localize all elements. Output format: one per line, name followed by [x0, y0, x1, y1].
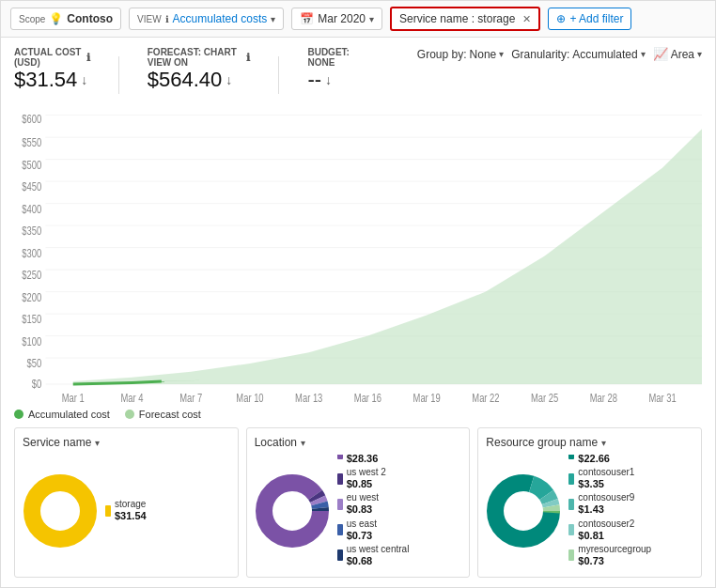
list-item: contosouser2 $0.81 [568, 518, 651, 542]
chart-type-chevron: ▾ [697, 49, 702, 59]
scope-value: Contoso [67, 12, 113, 25]
date-chevron: ▾ [369, 14, 374, 24]
svg-text:$500: $500 [22, 158, 41, 171]
rg-color-2 [568, 473, 574, 485]
service-name-chevron: ▾ [95, 438, 100, 448]
granularity-chevron: ▾ [641, 49, 646, 59]
budget-down-arrow: ↓ [325, 72, 332, 87]
granularity-dropdown[interactable]: Granularity: Accumulated ▾ [511, 48, 645, 61]
list-item: us west central $0.68 [337, 544, 410, 567]
svg-text:$200: $200 [22, 290, 41, 303]
forecast-area [73, 129, 702, 384]
metric-separator-1 [118, 56, 119, 94]
svg-text:Mar 10: Mar 10 [236, 392, 263, 405]
loc-color-4 [337, 524, 343, 535]
rg-color-5 [568, 549, 574, 561]
service-legend-text: storage $31.54 [115, 499, 147, 522]
list-item: eu west $0.83 [337, 492, 410, 516]
service-name-panel: Service name ▾ storage [14, 427, 239, 578]
actual-down-arrow: ↓ [81, 72, 87, 87]
content-area: ACTUAL COST (USD) ℹ $31.54 ↓ FORECAST: C… [1, 38, 715, 587]
main-container: Scope 💡 Contoso VIEW ℹ Accumulated costs… [0, 0, 716, 588]
actual-info-icon: ℹ [86, 52, 90, 64]
resource-group-header[interactable]: Resource group name ▾ [486, 436, 693, 449]
forecast-label: FORECAST: CHART VIEW ON ℹ [148, 47, 251, 68]
rg-color-3 [568, 499, 574, 510]
loc-color-2 [337, 473, 343, 485]
filter-close-icon[interactable]: ✕ [522, 13, 531, 25]
add-filter-button[interactable]: ⊕ + Add filter [548, 8, 631, 30]
legend-accumulated: Accumulated cost [14, 409, 110, 420]
list-item: contosouser9 $1.43 [568, 492, 651, 516]
forecast-legend-dot [125, 410, 134, 419]
budget-label: BUDGET: NONE [307, 47, 360, 68]
location-title: Location [255, 436, 297, 449]
controls-row: Group by: None ▾ Granularity: Accumulate… [417, 47, 702, 61]
resource-group-chevron: ▾ [601, 438, 606, 448]
resource-group-title: Resource group name [486, 436, 598, 449]
location-donut [255, 473, 330, 551]
chart-area: $600 $550 $500 $450 $400 $350 $300 $250 … [14, 101, 702, 405]
actual-cost-label: ACTUAL COST (USD) ℹ [14, 47, 90, 68]
forecast-value: $564.40 ↓ [148, 68, 251, 92]
add-filter-label: + Add filter [569, 12, 623, 25]
date-selector[interactable]: 📅 Mar 2020 ▾ [291, 8, 382, 30]
service-color-bar [105, 505, 111, 517]
list-item: us west 2 $0.85 [337, 467, 410, 490]
loc-color-5 [337, 549, 343, 561]
granularity-label: Granularity: [511, 48, 569, 61]
svg-text:$0: $0 [32, 378, 41, 391]
accumulated-legend-dot [14, 410, 23, 419]
view-chevron: ▾ [271, 14, 275, 24]
list-item: contosouser1 $3.35 [568, 467, 651, 490]
location-panel: Location ▾ [246, 427, 471, 578]
svg-text:Mar 31: Mar 31 [649, 392, 677, 405]
service-filter[interactable]: Service name : storage ✕ [390, 7, 540, 31]
svg-text:Mar 28: Mar 28 [590, 392, 617, 405]
svg-text:$400: $400 [22, 202, 41, 215]
forecast-block: FORECAST: CHART VIEW ON ℹ $564.40 ↓ [148, 47, 251, 92]
view-label: VIEW [137, 14, 162, 24]
svg-text:$250: $250 [22, 269, 41, 282]
svg-text:$100: $100 [22, 334, 41, 348]
svg-text:$300: $300 [22, 246, 41, 259]
actual-cost-value: $31.54 ↓ [14, 68, 90, 92]
location-legend-list: us east 2 $28.36 us west 2 $0.85 [337, 455, 410, 569]
filter-label: Service name : storage [399, 12, 515, 25]
svg-text:$550: $550 [22, 136, 41, 149]
forecast-info-icon: ℹ [246, 52, 250, 64]
metrics-row: ACTUAL COST (USD) ℹ $31.54 ↓ FORECAST: C… [14, 47, 702, 94]
list-item: contosouser8 $22.66 [568, 455, 651, 465]
info-icon: ℹ [165, 14, 169, 24]
legend-forecast: Forecast cost [125, 409, 201, 420]
scope-selector[interactable]: Scope 💡 Contoso [10, 8, 121, 30]
loc-color-1 [337, 455, 343, 459]
group-by-dropdown[interactable]: Group by: None ▾ [417, 48, 504, 61]
svg-text:Mar 22: Mar 22 [472, 392, 499, 405]
add-filter-icon: ⊕ [556, 12, 566, 25]
view-selector[interactable]: VIEW ℹ Accumulated costs ▾ [129, 8, 284, 30]
service-legend-list: storage $31.54 [105, 499, 147, 524]
svg-text:Mar 19: Mar 19 [413, 392, 441, 405]
location-body: us east 2 $28.36 us west 2 $0.85 [255, 455, 462, 569]
list-item: us east 2 $28.36 [337, 455, 410, 465]
calendar-icon: 📅 [300, 12, 314, 25]
toolbar: Scope 💡 Contoso VIEW ℹ Accumulated costs… [1, 1, 715, 38]
list-item: storage $31.54 [105, 499, 147, 522]
forecast-legend-label: Forecast cost [139, 409, 201, 420]
accumulated-legend-label: Accumulated cost [28, 409, 110, 420]
resource-legend-list: contosouser8 $22.66 contosouser1 $3.35 [568, 455, 651, 569]
chart-legend: Accumulated cost Forecast cost [14, 409, 702, 420]
svg-point-51 [508, 496, 538, 526]
service-name-title: Service name [23, 436, 91, 449]
actual-cost-block: ACTUAL COST (USD) ℹ $31.54 ↓ [14, 47, 90, 92]
chart-type-dropdown[interactable]: 📈 Area ▾ [653, 47, 702, 61]
svg-text:$450: $450 [22, 180, 41, 193]
rg-color-1 [568, 455, 574, 459]
service-name-header[interactable]: Service name ▾ [23, 436, 230, 449]
main-chart: $600 $550 $500 $450 $400 $350 $300 $250 … [14, 101, 702, 405]
location-header[interactable]: Location ▾ [255, 436, 462, 449]
granularity-value: Accumulated [572, 48, 637, 61]
location-chevron: ▾ [301, 438, 305, 448]
svg-text:$150: $150 [22, 313, 41, 326]
